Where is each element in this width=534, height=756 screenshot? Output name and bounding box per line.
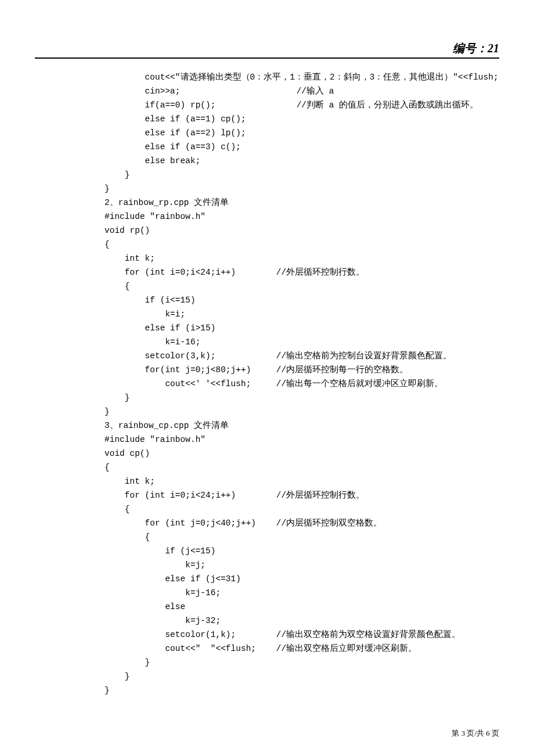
page-footer: 第 3 页/共 6 页 [452,728,499,739]
code-line: int k; [104,477,155,486]
code-line: #include "rainbow.h" [104,435,205,444]
code-line: setcolor(1,k); //输出双空格前为双空格设置好背景颜色配置。 [104,630,460,639]
code-line: for (int i=0;i<24;i++) //外层循环控制行数。 [104,268,365,277]
code-line: } [104,672,130,681]
code-line: k=j-32; [104,616,221,625]
code-listing: cout<<"请选择输出类型（0：水平，1：垂直，2：斜向，3：任意，其他退出）… [35,70,499,697]
code-line: else if (a==2) lp(); [104,128,246,138]
code-line: { [104,463,110,472]
code-line: void rp() [104,226,150,235]
code-line: cout<<" "<<flush; //输出双空格后立即对缓冲区刷新。 [104,644,417,653]
code-line: if (i<=15) [104,296,196,305]
code-line: } [104,170,130,179]
doc-number-label: 编号：21 [453,42,499,55]
code-line: { [104,282,130,291]
code-line: k=i; [104,309,185,319]
code-line: cout<<' '<<flush; //输出每一个空格后就对缓冲区立即刷新。 [104,379,443,388]
code-line: k=j; [104,560,205,570]
code-line: for (int i=0;i<24;i++) //外层循环控制行数。 [104,491,365,500]
code-line: else if (i>15) [104,323,215,333]
code-line: void cp() [104,449,150,458]
code-line: } [104,184,110,193]
code-line: } [104,658,150,667]
code-line: setcolor(3,k); //输出空格前为控制台设置好背景颜色配置。 [104,351,452,361]
code-line: { [104,505,130,514]
code-line: cin>>a; //输入 a [104,87,334,96]
code-line: #include "rainbow.h" [104,212,205,221]
code-line: int k; [104,254,155,263]
page-number: 第 3 页/共 6 页 [452,729,499,737]
code-line: 2、rainbow_rp.cpp 文件清单 [104,198,229,207]
code-line: k=i-16; [104,337,200,347]
code-line: 3、rainbow_cp.cpp 文件清单 [104,421,229,430]
code-line: if (j<=15) [104,546,215,556]
code-line: { [104,532,150,542]
code-line: else if (a==1) cp(); [104,114,246,124]
document-page: 编号：21 cout<<"请选择输出类型（0：水平，1：垂直，2：斜向，3：任意… [0,0,534,756]
code-line: else if (a==3) c(); [104,142,241,152]
code-line: cout<<"请选择输出类型（0：水平，1：垂直，2：斜向，3：任意，其他退出）… [104,73,499,82]
code-line: { [104,240,110,249]
code-line: } [104,393,130,402]
page-header: 编号：21 [35,41,499,59]
code-line: else break; [104,156,200,165]
code-line: } [104,686,110,695]
code-line: k=j-16; [104,588,221,597]
code-line: for (int j=0;j<40;j++) //内层循环控制双空格数。 [104,519,382,528]
code-line: if(a==0) rp(); //判断 a 的值后，分别进入函数或跳出循环。 [104,100,478,110]
code-line: } [104,407,110,416]
code-line: else if (j<=31) [104,574,241,584]
code-line: else [104,602,185,611]
code-line: for(int j=0;j<80;j++) //内层循环控制每一行的空格数。 [104,365,408,375]
